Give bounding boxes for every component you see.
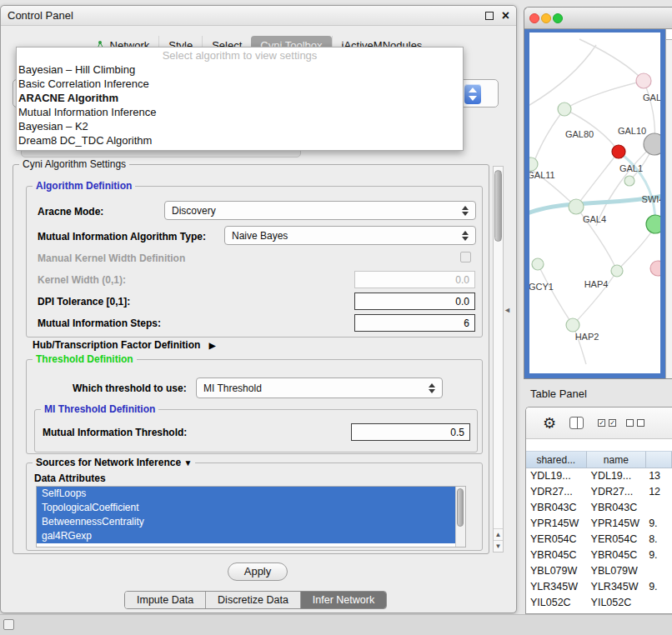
chevron-down-icon: ▼ <box>183 458 192 468</box>
mi-type-combobox[interactable]: Naive Bayes <box>224 226 476 245</box>
table-row[interactable]: YBR043C YBR043C <box>526 500 672 516</box>
tab-infer-network[interactable]: Infer Network <box>300 592 386 608</box>
network-canvas[interactable]: GALGAL80GAL10GAL11GAL1SWI4GAL4GCY1HAP4HA… <box>529 32 660 373</box>
network-scrollbar[interactable] <box>665 29 672 378</box>
panel-collapse-icon[interactable]: ◄ <box>504 306 511 314</box>
table-row[interactable]: YPR145W YPR145W 9. <box>526 516 672 532</box>
network-edges-highlight <box>529 152 660 221</box>
algorithm-option[interactable]: Basic Correlation Inference <box>17 77 463 91</box>
network-window-titlebar[interactable] <box>524 8 672 29</box>
cell-name: YBL079W <box>587 563 647 579</box>
float-window-icon[interactable] <box>485 12 494 20</box>
node-label: GAL80 <box>565 129 594 139</box>
scrollbar-thumb[interactable] <box>457 488 464 527</box>
panel-toggle-icon[interactable] <box>3 619 14 630</box>
columns-icon[interactable] <box>569 417 584 429</box>
mi-type-label: Mutual Information Algorithm Type: <box>38 231 206 242</box>
algorithm-option[interactable]: Mutual Information Inference <box>17 105 463 119</box>
network-node[interactable] <box>611 265 623 277</box>
node-label: HAP2 <box>575 332 599 342</box>
hub-definition-toggle[interactable]: Hub/Transcription Factor Definition ▶ <box>33 339 215 351</box>
network-node[interactable] <box>558 102 571 116</box>
mac-zoom-icon[interactable] <box>553 13 563 23</box>
table-panel-window: ⚙ ✓ ✓ shared... name YDL19... YDL19... 1… <box>525 407 672 614</box>
aracne-mode-combobox[interactable]: Discovery <box>164 201 476 220</box>
scroll-down-icon[interactable]: ▼ <box>494 540 503 552</box>
table-row[interactable]: YLR345W YLR345W 9. <box>526 579 672 595</box>
combobox-stepper-icon[interactable] <box>464 84 481 104</box>
mi-threshold-field[interactable] <box>351 423 470 441</box>
sources-title-text: Sources for Network Inference <box>36 457 181 468</box>
mac-close-icon[interactable] <box>529 13 539 23</box>
network-node[interactable] <box>532 258 544 270</box>
deselect-all-icon[interactable] <box>626 419 644 427</box>
dropdown-placeholder: Select algorithm to view settings <box>17 48 463 62</box>
cell-value: 9. <box>646 548 672 563</box>
cell-value: 13 <box>646 468 672 484</box>
node-label: HAP4 <box>584 279 609 289</box>
column-header-shared-name[interactable]: shared... <box>526 451 587 468</box>
network-node[interactable] <box>650 261 660 276</box>
table-row[interactable]: YBL079W YBL079W <box>526 563 672 579</box>
algorithm-option[interactable]: Bayesian – K2 <box>17 119 463 133</box>
gear-icon[interactable]: ⚙ <box>543 414 556 432</box>
node-label: GAL1 <box>619 163 643 173</box>
dpi-tolerance-label: DPI Tolerance [0,1]: <box>38 296 130 308</box>
attribute-item-selected[interactable]: gal4RGexp <box>37 529 455 543</box>
algorithm-option[interactable]: Bayesian – Hill Climbing <box>17 62 463 77</box>
network-node[interactable] <box>624 176 634 186</box>
table-row[interactable]: YDL19... YDL19... 13 <box>526 468 672 484</box>
attribute-item-selected[interactable]: SelfLoops <box>37 487 455 501</box>
scroll-up-icon[interactable]: ▲ <box>494 528 503 540</box>
cell-name: YDL19... <box>587 468 647 484</box>
table-row[interactable]: YER054C YER054C 8. <box>526 532 672 548</box>
scrollbar-button[interactable] <box>666 29 672 40</box>
node-label: GAL11 <box>529 170 555 180</box>
cell-name: YIL052C <box>587 595 647 611</box>
aracne-mode-value: Discovery <box>172 205 216 217</box>
which-threshold-combobox[interactable]: MI Threshold <box>196 378 443 398</box>
cell-value <box>646 563 672 579</box>
network-node[interactable] <box>612 145 625 158</box>
checked-box-icon: ✓ <box>609 419 616 427</box>
node-label: SWI4 <box>642 194 660 204</box>
table-row[interactable]: YIL052C YIL052C <box>526 595 672 611</box>
tab-impute-data[interactable]: Impute Data <box>125 592 205 608</box>
data-attributes-list[interactable]: SelfLoops TopologicalCoefficient Between… <box>36 486 466 548</box>
sources-group-title[interactable]: Sources for Network Inference ▼ <box>33 457 195 468</box>
network-node[interactable] <box>636 73 651 88</box>
attribute-item-selected[interactable]: BetweennessCentrality <box>37 515 455 529</box>
control-panel-titlebar[interactable]: Control Panel × <box>1 6 516 26</box>
mi-steps-field[interactable] <box>354 314 475 332</box>
table-row[interactable]: YDR27... YDR27... 12 <box>526 484 672 500</box>
which-threshold-label: Which threshold to use: <box>73 382 187 394</box>
network-node[interactable] <box>566 318 579 332</box>
settings-scrollbar[interactable]: ▲ ▼ <box>493 166 504 552</box>
dpi-tolerance-field[interactable] <box>354 292 475 310</box>
unchecked-box-icon <box>626 419 634 427</box>
algorithm-option[interactable]: Dream8 DC_TDC Algorithm <box>17 133 463 148</box>
apply-button[interactable]: Apply <box>228 562 288 581</box>
manual-kernel-label: Manual Kernel Width Definition <box>38 252 185 264</box>
select-all-icon[interactable]: ✓ ✓ <box>598 419 616 427</box>
network-node[interactable] <box>646 215 660 233</box>
unchecked-box-icon <box>637 419 644 427</box>
network-node[interactable] <box>644 133 660 155</box>
network-node[interactable] <box>529 158 538 171</box>
scrollbar-thumb[interactable] <box>494 170 502 242</box>
table-body: YDL19... YDL19... 13 YDR27... YDR27... 1… <box>526 468 672 613</box>
cell-value: 12 <box>646 484 672 500</box>
algorithm-option-selected[interactable]: ARACNE Algorithm <box>17 91 463 105</box>
table-row[interactable]: YBR045C YBR045C 9. <box>526 548 672 563</box>
column-header-name[interactable]: name <box>587 451 647 468</box>
network-node[interactable] <box>569 199 584 214</box>
column-header-clipped[interactable] <box>646 451 672 468</box>
list-scrollbar[interactable] <box>455 487 465 547</box>
mac-minimize-icon[interactable] <box>541 13 551 23</box>
close-icon[interactable]: × <box>502 8 509 24</box>
algorithm-definition-title: Algorithm Definition <box>33 180 135 192</box>
cell-shared-name: YLR345W <box>526 579 587 595</box>
tab-discretize-data[interactable]: Discretize Data <box>205 592 300 608</box>
attribute-item-selected[interactable]: TopologicalCoefficient <box>37 501 455 515</box>
table-panel-title: Table Panel <box>530 388 587 400</box>
